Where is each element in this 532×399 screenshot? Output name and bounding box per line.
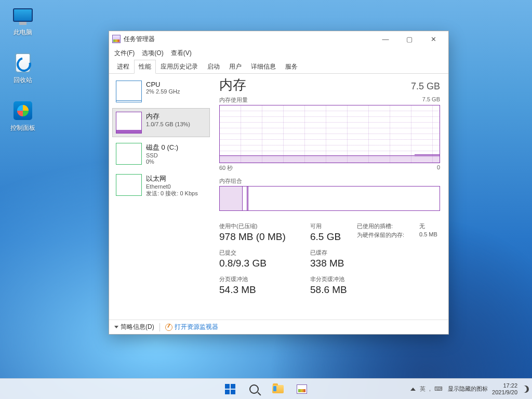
desktop-icon-this-pc[interactable]: 此电脑 [4, 4, 42, 37]
menu-options[interactable]: 选项(O) [142, 49, 163, 58]
axis-left: 60 秒 [219, 164, 233, 172]
stat-val-committed: 0.8/9.3 GB [219, 258, 310, 269]
desktop-icon-label: 回收站 [4, 76, 42, 85]
stat-val-hw-reserved: 0.5 MB [419, 231, 445, 243]
memory-composition-bar[interactable] [219, 186, 440, 211]
ime-indicator[interactable]: 英 , ⌨ [420, 385, 444, 393]
task-manager-window: 任务管理器 — ▢ ✕ 文件(F) 选项(O) 查看(V) 进程 性能 应用历史… [109, 31, 449, 335]
chevron-down-icon [114, 326, 118, 328]
sidebar-item-sub: 1.0/7.5 GB (13%) [146, 121, 190, 127]
perf-main: 内存 7.5 GB 内存使用量 7.5 GB 60 秒 0 内存组合 使用中(已… [213, 74, 448, 320]
stat-label-slots: 已使用的插槽: [357, 222, 419, 230]
close-button[interactable]: ✕ [421, 31, 445, 47]
system-tray: 英 , ⌨ 显示隐藏的图标 17:22 2021/9/20 [410, 382, 532, 396]
stat-val-paged: 54.3 MB [219, 284, 310, 296]
memory-usage-graph[interactable] [219, 105, 440, 163]
sidebar-item-title: 磁盘 0 (C:) [146, 143, 178, 152]
sidebar-item-disk[interactable]: 磁盘 0 (C:) SSD 0% [112, 139, 210, 168]
stat-label-available: 可用 [310, 222, 357, 230]
stat-val-cached: 338 MB [310, 258, 357, 269]
window-title: 任务管理器 [124, 35, 155, 44]
perf-sidebar: CPU 2% 2.59 GHz 内存 1.0/7.5 GB (13%) 磁盘 0… [109, 74, 213, 320]
memory-stats: 使用中(已压缩) 可用 已使用的插槽: 无 978 MB (0 MB) 6.5 … [219, 222, 440, 296]
task-manager-icon [297, 384, 307, 394]
taskbar: 英 , ⌨ 显示隐藏的图标 17:22 2021/9/20 [0, 378, 532, 399]
tray-time: 17:22 [492, 382, 517, 389]
tab-app-history[interactable]: 应用历史记录 [156, 60, 203, 74]
tab-performance[interactable]: 性能 [134, 60, 156, 74]
window-footer: 简略信息(D) 打开资源监视器 [109, 320, 448, 334]
memory-thumb-icon [116, 112, 142, 134]
tab-details[interactable]: 详细信息 [246, 60, 281, 74]
desktop-icon-label: 控制面板 [4, 124, 42, 132]
recycle-bin-icon [12, 52, 34, 74]
start-button[interactable] [220, 379, 241, 400]
axis-right: 0 [437, 164, 440, 172]
maximize-button[interactable]: ▢ [397, 31, 421, 47]
page-title: 内存 [219, 76, 246, 94]
sidebar-item-sub: SSD [146, 152, 178, 158]
task-manager-icon [112, 35, 121, 43]
stat-label-nonpaged: 非分页缓冲池 [310, 275, 357, 283]
desktop-icon-label: 此电脑 [4, 28, 42, 37]
sidebar-item-ethernet[interactable]: 以太网 Ethernet0 发送: 0 接收: 0 Kbps [112, 170, 210, 201]
summary-label: 简略信息(D) [121, 323, 154, 331]
stat-label-cached: 已缓存 [310, 249, 357, 257]
control-panel-icon [12, 100, 34, 122]
tab-startup[interactable]: 启动 [203, 60, 224, 74]
tabbar: 进程 性能 应用历史记录 启动 用户 详细信息 服务 [109, 59, 448, 74]
tab-services[interactable]: 服务 [281, 60, 302, 74]
tray-tooltip: 显示隐藏的图标 [448, 385, 488, 393]
pc-icon [12, 4, 34, 26]
sidebar-item-memory[interactable]: 内存 1.0/7.5 GB (13%) [112, 108, 210, 137]
divider [159, 323, 160, 331]
taskbar-task-manager-button[interactable] [291, 379, 312, 400]
disk-thumb-icon [116, 143, 142, 165]
desktop-icon-recycle-bin[interactable]: 回收站 [4, 52, 42, 85]
stat-label-committed: 已提交 [219, 249, 310, 257]
titlebar[interactable]: 任务管理器 — ▢ ✕ [109, 31, 448, 47]
file-explorer-icon [272, 385, 284, 393]
sidebar-item-sub: 2% 2.59 GHz [146, 88, 180, 95]
sidebar-item-cpu[interactable]: CPU 2% 2.59 GHz [112, 77, 210, 106]
stat-val-slots: 无 [419, 222, 445, 230]
taskbar-explorer-button[interactable] [268, 379, 288, 400]
sidebar-item-title: 以太网 [146, 174, 198, 183]
menu-file[interactable]: 文件(F) [114, 49, 135, 58]
minimize-button[interactable]: — [374, 31, 397, 47]
windows-logo-icon [225, 384, 235, 394]
sidebar-item-title: CPU [146, 81, 180, 88]
tray-clock[interactable]: 17:22 2021/9/20 [492, 382, 517, 396]
focus-assist-icon[interactable] [522, 385, 529, 393]
taskbar-search-button[interactable] [244, 379, 264, 400]
cpu-thumb-icon [116, 81, 142, 102]
sidebar-item-title: 内存 [146, 112, 190, 121]
stat-label-paged: 分页缓冲池 [219, 275, 310, 283]
desktop-icon-control-panel[interactable]: 控制面板 [4, 100, 42, 132]
usage-label: 内存使用量 [219, 96, 248, 104]
stat-val-in-use: 978 MB (0 MB) [219, 231, 310, 243]
stat-val-nonpaged: 58.6 MB [310, 284, 357, 296]
tray-overflow-button[interactable] [410, 388, 416, 391]
ethernet-thumb-icon [116, 174, 142, 196]
tray-date: 2021/9/20 [492, 389, 517, 396]
menu-view[interactable]: 查看(V) [171, 49, 192, 58]
memory-capacity: 7.5 GB [411, 81, 440, 92]
tab-processes[interactable]: 进程 [112, 60, 134, 74]
sidebar-item-sub2: 0% [146, 158, 178, 165]
tab-users[interactable]: 用户 [224, 60, 246, 74]
resmon-label: 打开资源监视器 [175, 323, 218, 331]
sidebar-item-sub: Ethernet0 [146, 183, 198, 190]
open-resource-monitor-link[interactable]: 打开资源监视器 [165, 323, 218, 331]
search-icon [249, 384, 259, 394]
composition-label: 内存组合 [219, 177, 440, 185]
menubar: 文件(F) 选项(O) 查看(V) [109, 47, 448, 59]
sidebar-item-sub2: 发送: 0 接收: 0 Kbps [146, 190, 198, 197]
usage-scale: 7.5 GB [422, 96, 440, 104]
summary-toggle[interactable]: 简略信息(D) [114, 323, 154, 331]
stat-val-available: 6.5 GB [310, 231, 357, 243]
stat-label-hw-reserved: 为硬件保留的内存: [357, 231, 419, 243]
stat-label-in-use: 使用中(已压缩) [219, 222, 310, 230]
resource-monitor-icon [165, 324, 172, 331]
